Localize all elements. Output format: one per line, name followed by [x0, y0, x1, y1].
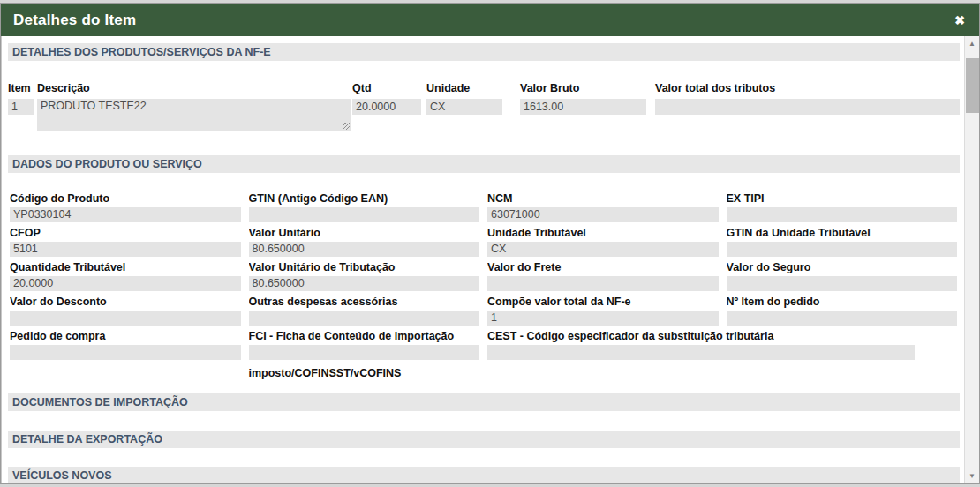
qtd-field[interactable]: 20.0000: [352, 99, 421, 115]
field-label: Valor do Frete: [487, 261, 719, 274]
field-label: Nº Item do pedido: [727, 296, 958, 309]
vertical-scrollbar[interactable]: ▲ ▼: [964, 36, 979, 483]
item-table-header: Item Descrição Qtd Unidade Valor Bruto V…: [8, 82, 960, 97]
field-fci: FCI - Ficha de Conteúdo de Importação: [249, 330, 480, 360]
modal-body: DETALHES DOS PRODUTOS/SERVIÇOS DA NF-E I…: [1, 36, 979, 483]
section-header-dados[interactable]: DADOS DO PRODUTO OU SERVIÇO: [8, 155, 960, 173]
field-label: FCI - Ficha de Conteúdo de Importação: [249, 330, 480, 343]
field-unidade-tributavel: Unidade Tributável CX: [487, 227, 719, 257]
field-input[interactable]: [249, 207, 480, 222]
field-label: GTIN da Unidade Tributável: [727, 227, 958, 240]
field-valor-do-desconto: Valor do Desconto: [10, 296, 241, 326]
field-label: Quantidade Tributável: [10, 261, 241, 274]
field-valor-unitario: Valor Unitário 80.650000: [249, 227, 480, 257]
field-label: Valor do Seguro: [727, 261, 958, 274]
valor-tributos-field[interactable]: [655, 99, 960, 115]
section-header-importacao[interactable]: DOCUMENTOS DE IMPORTAÇÃO: [8, 393, 960, 411]
col-header-tributos: Valor total dos tributos: [655, 82, 960, 97]
field-label: Valor Unitário: [249, 227, 480, 240]
valor-bruto-field[interactable]: 1613.00: [520, 99, 646, 115]
field-label: NCM: [487, 192, 719, 206]
field-cfop: CFOP 5101: [10, 227, 241, 257]
field-input[interactable]: 80.650000: [249, 242, 480, 257]
field-label: Unidade Tributável: [487, 227, 719, 240]
field-valor-unitario-tributacao: Valor Unitário de Tributação 80.650000: [249, 261, 480, 291]
section-header-produtos[interactable]: DETALHES DOS PRODUTOS/SERVIÇOS DA NF-E: [8, 43, 960, 61]
scroll-content: DETALHES DOS PRODUTOS/SERVIÇOS DA NF-E I…: [1, 36, 964, 483]
col-header-qtd: Qtd: [352, 82, 426, 97]
modal-titlebar: Detalhes do Item ✖: [1, 4, 979, 36]
item-table-row: 1 PRODUTO TESTE22 20.0000 CX 1613.00: [8, 99, 960, 131]
field-input[interactable]: [727, 311, 958, 326]
field-pedido-de-compra: Pedido de compra: [10, 330, 241, 360]
field-input[interactable]: 1: [487, 311, 719, 326]
field-outras-despesas: Outras despesas acessórias: [249, 296, 480, 326]
field-input[interactable]: 5101: [10, 242, 241, 257]
field-input[interactable]: [487, 276, 719, 291]
col-header-unidade: Unidade: [426, 82, 520, 97]
field-ex-tipi: EX TIPI: [727, 192, 958, 222]
field-label: GTIN (Antigo Código EAN): [249, 192, 480, 206]
field-quantidade-tributavel: Quantidade Tributável 20.0000: [10, 261, 241, 291]
field-input[interactable]: 20.0000: [10, 276, 241, 291]
field-input[interactable]: [487, 345, 915, 360]
field-label: Pedido de compra: [10, 330, 241, 343]
field-n-item-pedido: Nº Item do pedido: [727, 296, 958, 326]
field-compoe-valor-total: Compõe valor total da NF-e 1: [487, 296, 719, 326]
field-label: CEST - Código especificador da substitui…: [487, 330, 957, 343]
field-gtin: GTIN (Antigo Código EAN): [249, 192, 480, 222]
scroll-up-icon[interactable]: ▲: [965, 36, 979, 51]
field-input[interactable]: [727, 242, 958, 257]
section-header-exportacao[interactable]: DETALHE DA EXPORTAÇÃO: [8, 431, 960, 448]
descricao-value: PRODUTO TESTE22: [41, 100, 147, 112]
field-input[interactable]: 63071000: [487, 207, 719, 222]
field-valor-do-seguro: Valor do Seguro: [727, 261, 958, 291]
field-label: Valor Unitário de Tributação: [249, 261, 480, 274]
field-label: Outras despesas acessórias: [249, 296, 480, 309]
field-input[interactable]: [10, 345, 241, 360]
field-input[interactable]: [727, 276, 958, 291]
col-header-valor-bruto: Valor Bruto: [520, 82, 655, 97]
resize-grip-icon[interactable]: [343, 123, 350, 130]
close-icon[interactable]: ✖: [953, 12, 967, 28]
field-input[interactable]: [249, 345, 480, 360]
dados-fields-grid: Código do Produto YP0330104 GTIN (Antigo…: [10, 192, 957, 379]
field-label: Valor do Desconto: [10, 296, 241, 309]
field-input[interactable]: YP0330104: [10, 207, 241, 222]
scroll-down-icon[interactable]: ▼: [965, 468, 979, 483]
field-input[interactable]: [249, 311, 480, 326]
imposto-cofins-label: imposto/COFINSST/vCOFINS: [249, 367, 480, 379]
field-label: Código do Produto: [10, 192, 241, 206]
imposto-cofins-label-cell: imposto/COFINSST/vCOFINS: [249, 364, 480, 379]
item-details-modal: Detalhes do Item ✖ DETALHES DOS PRODUTOS…: [0, 3, 980, 484]
field-label: Compõe valor total da NF-e: [487, 296, 719, 309]
modal-title: Detalhes do Item: [13, 11, 136, 29]
field-ncm: NCM 63071000: [487, 192, 719, 222]
field-label: CFOP: [10, 227, 241, 240]
field-input[interactable]: [727, 207, 958, 222]
field-codigo-do-produto: Código do Produto YP0330104: [10, 192, 241, 222]
unidade-field[interactable]: CX: [426, 99, 502, 115]
col-header-descricao: Descrição: [37, 82, 352, 97]
item-number-field[interactable]: 1: [8, 99, 34, 115]
field-label: EX TIPI: [727, 192, 958, 206]
field-valor-do-frete: Valor do Frete: [487, 261, 719, 291]
field-input[interactable]: 80.650000: [249, 276, 480, 291]
field-gtin-unidade-tributavel: GTIN da Unidade Tributável: [727, 227, 958, 257]
field-cest: CEST - Código especificador da substitui…: [487, 330, 957, 360]
col-header-item: Item: [8, 82, 37, 97]
field-input[interactable]: CX: [487, 242, 719, 257]
descricao-textarea[interactable]: PRODUTO TESTE22: [37, 99, 351, 131]
scrollbar-thumb[interactable]: [966, 58, 979, 113]
field-input[interactable]: [10, 311, 241, 326]
section-header-veiculos[interactable]: VEÍCULOS NOVOS: [8, 467, 960, 483]
